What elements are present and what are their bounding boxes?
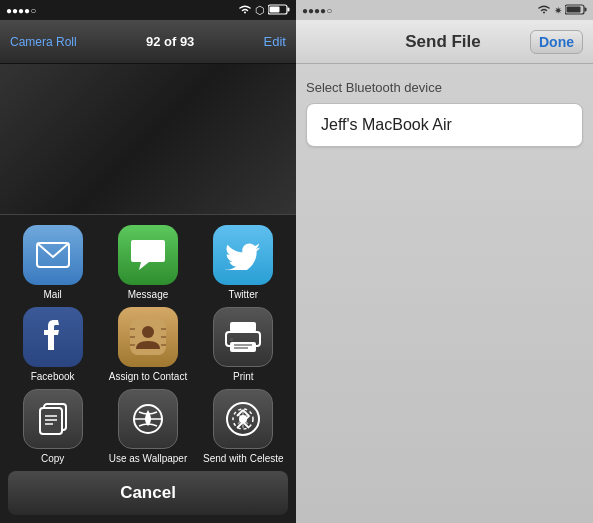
share-row-3: Copy Use as Wallpaper: [8, 389, 288, 465]
done-button[interactable]: Done: [530, 30, 583, 54]
photo-area: [0, 64, 296, 214]
right-status-bar: ●●●●○ ✷: [296, 0, 593, 20]
svg-rect-19: [40, 408, 62, 434]
share-twitter[interactable]: Twitter: [199, 225, 288, 301]
share-bluetooth[interactable]: Send with Celeste: [199, 389, 288, 465]
share-assign-contact[interactable]: Assign to Contact: [103, 307, 192, 383]
status-right: ⬡: [238, 4, 290, 17]
share-mail[interactable]: Mail: [8, 225, 97, 301]
mail-icon: [23, 225, 83, 285]
copy-label: Copy: [41, 453, 64, 465]
share-sheet: Mail Message Twitter: [0, 214, 296, 523]
share-row-2: Facebook Assig: [8, 307, 288, 383]
bluetooth-section-header: Select Bluetooth device: [306, 80, 583, 95]
share-print[interactable]: Print: [199, 307, 288, 383]
bluetooth-share-icon: [213, 389, 273, 449]
copy-icon: [23, 389, 83, 449]
share-wallpaper[interactable]: Use as Wallpaper: [103, 389, 192, 465]
right-bluetooth-icon: ✷: [554, 5, 562, 16]
message-icon: [118, 225, 178, 285]
svg-point-5: [142, 326, 154, 338]
bluetooth-status-icon: ⬡: [255, 4, 265, 17]
photo-position: 92 of 93: [146, 34, 194, 49]
share-facebook[interactable]: Facebook: [8, 307, 97, 383]
twitter-icon: [213, 225, 273, 285]
right-status-left: ●●●●○: [302, 4, 332, 16]
svg-rect-30: [567, 6, 581, 12]
wifi-icon: [238, 4, 252, 16]
svg-rect-12: [230, 322, 256, 332]
svg-rect-1: [288, 7, 290, 11]
send-file-title: Send File: [356, 32, 530, 52]
print-icon: [213, 307, 273, 367]
contact-icon: [118, 307, 178, 367]
left-nav-bar: Camera Roll 92 of 93 Edit: [0, 20, 296, 64]
svg-rect-14: [230, 342, 256, 352]
bluetooth-device-row[interactable]: Jeff's MacBook Air: [306, 103, 583, 147]
print-label: Print: [233, 371, 254, 383]
right-signal-icon: ●●●●○: [302, 5, 332, 16]
right-status-right: ✷: [537, 4, 587, 17]
cancel-button[interactable]: Cancel: [8, 471, 288, 515]
status-left: ●●●●○: [6, 5, 36, 16]
mail-label: Mail: [43, 289, 61, 301]
battery-icon: [268, 4, 290, 17]
svg-rect-2: [270, 6, 280, 12]
facebook-icon: [23, 307, 83, 367]
signal-icon: ●●●●○: [6, 5, 36, 16]
wallpaper-label: Use as Wallpaper: [109, 453, 188, 465]
message-label: Message: [128, 289, 169, 301]
photo-placeholder: [0, 64, 296, 214]
share-copy[interactable]: Copy: [8, 389, 97, 465]
back-label[interactable]: Camera Roll: [10, 35, 77, 49]
right-content: Select Bluetooth device Jeff's MacBook A…: [296, 64, 593, 523]
right-battery-icon: [565, 4, 587, 17]
left-panel: ●●●●○ ⬡ Camera Roll 92 of 93: [0, 0, 296, 523]
svg-rect-15: [230, 338, 233, 341]
twitter-label: Twitter: [229, 289, 258, 301]
edit-button[interactable]: Edit: [264, 34, 286, 49]
share-row-1: Mail Message Twitter: [8, 225, 288, 301]
right-nav-bar: Send File Done: [296, 20, 593, 64]
facebook-label: Facebook: [31, 371, 75, 383]
bluetooth-label: Send with Celeste: [203, 453, 284, 465]
right-panel: ●●●●○ ✷ Send File Done: [296, 0, 593, 523]
assign-contact-label: Assign to Contact: [109, 371, 187, 383]
svg-rect-29: [585, 7, 587, 11]
share-message[interactable]: Message: [103, 225, 192, 301]
wallpaper-icon: [118, 389, 178, 449]
right-wifi-icon: [537, 4, 551, 16]
left-status-bar: ●●●●○ ⬡: [0, 0, 296, 20]
